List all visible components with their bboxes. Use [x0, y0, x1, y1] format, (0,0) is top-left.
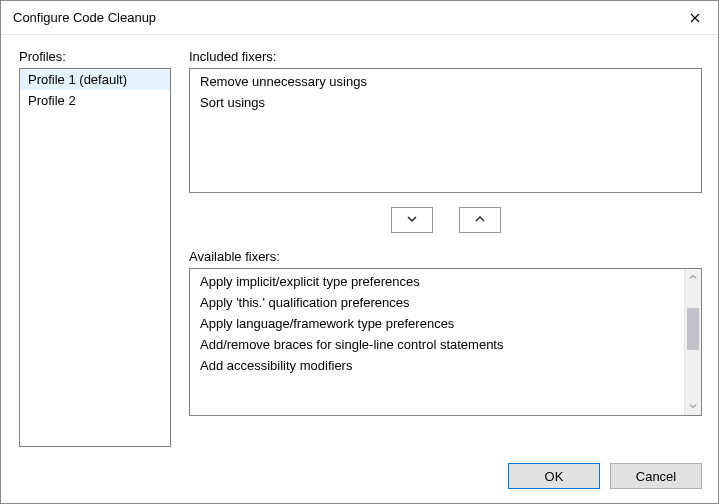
- profiles-column: Profiles: Profile 1 (default)Profile 2: [19, 49, 171, 447]
- scroll-track[interactable]: [685, 286, 701, 398]
- included-fixers-listbox[interactable]: Remove unnecessary usingsSort usings: [189, 68, 702, 193]
- profiles-label: Profiles:: [19, 49, 171, 64]
- move-up-button[interactable]: [459, 207, 501, 233]
- dialog-window: Configure Code Cleanup Profiles: Profile…: [0, 0, 719, 504]
- scrollbar[interactable]: [684, 269, 701, 415]
- ok-button[interactable]: OK: [508, 463, 600, 489]
- dialog-body: Profiles: Profile 1 (default)Profile 2 I…: [1, 35, 718, 453]
- included-fixers-label: Included fixers:: [189, 49, 702, 64]
- fixers-column: Included fixers: Remove unnecessary usin…: [189, 49, 702, 447]
- cancel-button[interactable]: Cancel: [610, 463, 702, 489]
- chevron-down-icon: [689, 402, 697, 412]
- profiles-listbox[interactable]: Profile 1 (default)Profile 2: [19, 68, 171, 447]
- profiles-list-item[interactable]: Profile 2: [20, 90, 170, 111]
- included-fixers-list-item[interactable]: Sort usings: [190, 92, 701, 113]
- close-icon: [690, 9, 700, 26]
- available-fixers-items: Apply implicit/explicit type preferences…: [190, 269, 684, 415]
- scroll-thumb[interactable]: [687, 308, 699, 350]
- move-down-button[interactable]: [391, 207, 433, 233]
- available-fixers-listbox[interactable]: Apply implicit/explicit type preferences…: [189, 268, 702, 416]
- chevron-up-icon: [474, 211, 486, 229]
- transfer-buttons-row: [189, 193, 702, 249]
- profiles-list-item[interactable]: Profile 1 (default): [20, 69, 170, 90]
- chevron-up-icon: [689, 273, 697, 283]
- available-fixers-list-item[interactable]: Add accessibility modifiers: [190, 355, 684, 376]
- titlebar: Configure Code Cleanup: [1, 1, 718, 35]
- available-fixers-list-item[interactable]: Apply implicit/explicit type preferences: [190, 271, 684, 292]
- available-fixers-label: Available fixers:: [189, 249, 702, 264]
- close-button[interactable]: [672, 1, 718, 34]
- available-fixers-list-item[interactable]: Add/remove braces for single-line contro…: [190, 334, 684, 355]
- included-fixers-list-item[interactable]: Remove unnecessary usings: [190, 71, 701, 92]
- chevron-down-icon: [406, 211, 418, 229]
- scroll-down-button[interactable]: [685, 398, 701, 415]
- available-fixers-list-item[interactable]: Apply language/framework type preference…: [190, 313, 684, 334]
- window-title: Configure Code Cleanup: [13, 10, 672, 25]
- dialog-footer: OK Cancel: [1, 453, 718, 503]
- scroll-up-button[interactable]: [685, 269, 701, 286]
- available-fixers-list-item[interactable]: Apply 'this.' qualification preferences: [190, 292, 684, 313]
